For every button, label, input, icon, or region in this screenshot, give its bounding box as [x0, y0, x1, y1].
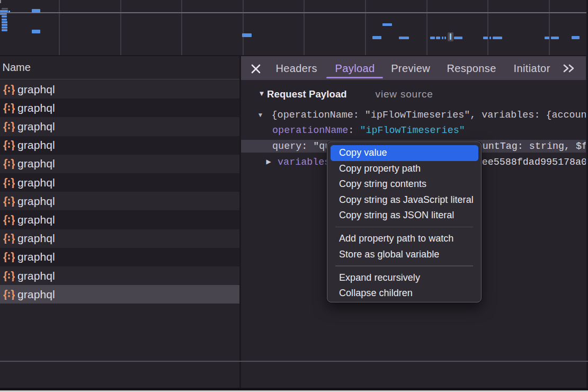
- svg-text:{: {: [3, 84, 7, 95]
- svg-text:{: {: [3, 215, 7, 225]
- svg-text:}: }: [11, 84, 15, 95]
- svg-text:}: }: [11, 215, 15, 225]
- svg-text:{: {: [3, 121, 7, 132]
- svg-text:{: {: [3, 103, 7, 113]
- svg-text:}: }: [11, 233, 15, 244]
- svg-text:}: }: [11, 271, 15, 281]
- svg-text:{: {: [3, 233, 7, 244]
- svg-text:{: {: [3, 140, 7, 150]
- svg-text:{: {: [3, 271, 7, 281]
- svg-text:}: }: [11, 289, 15, 300]
- svg-text:}: }: [11, 140, 15, 150]
- svg-text:}: }: [11, 177, 15, 188]
- svg-text:{: {: [3, 158, 7, 169]
- svg-text:}: }: [11, 252, 15, 262]
- svg-text:{: {: [3, 289, 7, 300]
- svg-text:{: {: [3, 252, 7, 262]
- svg-text:}: }: [11, 158, 15, 169]
- svg-text:}: }: [11, 196, 15, 207]
- svg-text:}: }: [11, 103, 15, 113]
- svg-text:}: }: [11, 121, 15, 132]
- svg-text:{: {: [3, 177, 7, 188]
- svg-text:{: {: [3, 196, 7, 207]
